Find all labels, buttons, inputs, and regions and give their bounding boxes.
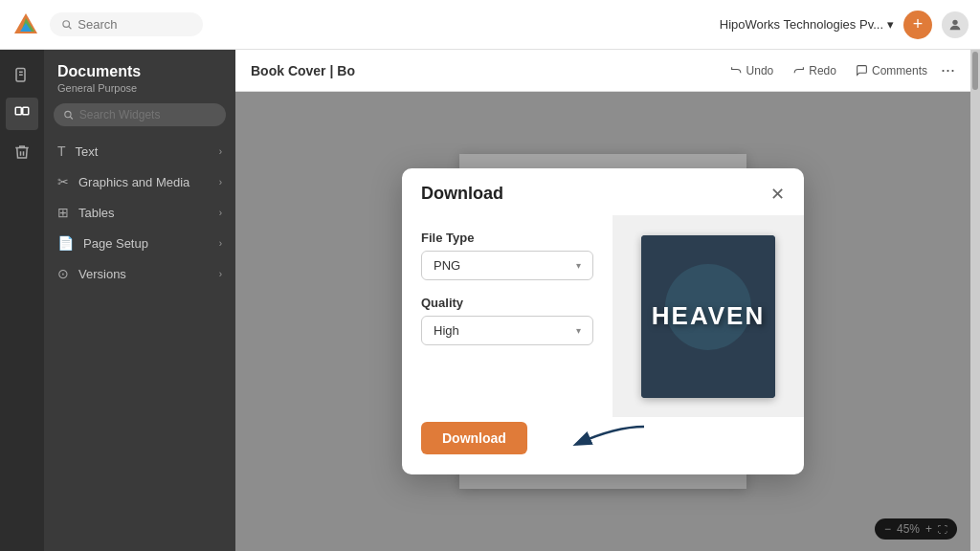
company-name[interactable]: HipoWorks Technologies Pv... ▾ bbox=[720, 17, 894, 32]
user-avatar[interactable] bbox=[942, 11, 969, 38]
download-button[interactable]: Download bbox=[421, 422, 527, 454]
versions-icon: ⊙ bbox=[57, 266, 69, 281]
page-setup-icon: 📄 bbox=[57, 235, 74, 251]
comments-button[interactable]: Comments bbox=[850, 60, 933, 81]
chevron-icon-2: › bbox=[219, 177, 222, 187]
svg-point-11 bbox=[65, 111, 71, 117]
panel-subtitle: General Purpose bbox=[44, 82, 235, 103]
svg-point-5 bbox=[952, 19, 957, 24]
svg-line-4 bbox=[69, 27, 72, 30]
preview-image: HEAVEN bbox=[641, 235, 775, 398]
file-type-value: PNG bbox=[434, 258, 460, 273]
panel-item-versions[interactable]: ⊙ Versions › bbox=[44, 258, 235, 289]
svg-line-12 bbox=[70, 117, 72, 119]
file-type-label: File Type bbox=[421, 231, 593, 245]
panel-title: Documents bbox=[44, 59, 235, 82]
redo-button[interactable]: Redo bbox=[787, 60, 842, 81]
quality-group: Quality High ▾ bbox=[421, 296, 593, 345]
modal-body: File Type PNG ▾ Quality High ▾ bbox=[402, 215, 804, 417]
chevron-icon-3: › bbox=[219, 208, 222, 218]
panel-item-tables[interactable]: ⊞ Tables › bbox=[44, 197, 235, 228]
chevron-down-icon: ▾ bbox=[576, 260, 581, 271]
main-layout: Documents General Purpose T Text › ✂ Gra… bbox=[0, 50, 980, 551]
modal-title: Download bbox=[421, 184, 503, 204]
chevron-icon: › bbox=[219, 146, 222, 157]
chevron-down-icon-2: ▾ bbox=[576, 325, 581, 336]
chevron-icon-5: › bbox=[219, 269, 222, 279]
undo-button[interactable]: Undo bbox=[724, 60, 780, 81]
doc-title: Book Cover | Bo bbox=[251, 63, 355, 78]
header-search[interactable] bbox=[50, 12, 203, 36]
panel-item-graphics[interactable]: ✂ Graphics and Media › bbox=[44, 166, 235, 197]
modal-footer: Download bbox=[402, 417, 804, 474]
preview-text: HEAVEN bbox=[652, 301, 765, 331]
sidebar-icon-trash[interactable] bbox=[6, 136, 38, 168]
add-button[interactable]: + bbox=[903, 11, 932, 39]
modal-overlay: Download ✕ File Type PNG ▾ bbox=[235, 92, 970, 551]
text-icon: T bbox=[57, 143, 66, 159]
arrow-annotation bbox=[539, 417, 654, 455]
app-logo bbox=[11, 11, 40, 39]
svg-point-3 bbox=[63, 21, 70, 28]
search-input[interactable] bbox=[78, 17, 191, 32]
chevron-icon-4: › bbox=[219, 238, 222, 249]
graphics-icon: ✂ bbox=[57, 174, 69, 189]
modal-preview: HEAVEN bbox=[612, 215, 804, 417]
canvas-area: − 45% + ⛶ Download ✕ bbox=[235, 92, 970, 551]
more-options-button[interactable]: ··· bbox=[941, 60, 955, 80]
sidebar-icons bbox=[0, 50, 44, 551]
svg-rect-10 bbox=[23, 107, 29, 115]
left-panel: Documents General Purpose T Text › ✂ Gra… bbox=[44, 50, 235, 551]
panel-item-page-setup[interactable]: 📄 Page Setup › bbox=[44, 228, 235, 258]
header-right: HipoWorks Technologies Pv... ▾ + bbox=[720, 11, 969, 39]
tables-icon: ⊞ bbox=[57, 205, 69, 220]
header: HipoWorks Technologies Pv... ▾ + bbox=[0, 0, 980, 50]
quality-label: Quality bbox=[421, 296, 593, 310]
modal-close-button[interactable]: ✕ bbox=[770, 186, 785, 203]
file-type-group: File Type PNG ▾ bbox=[421, 231, 593, 280]
quality-value: High bbox=[434, 323, 459, 338]
panel-item-text[interactable]: T Text › bbox=[44, 136, 235, 166]
download-modal: Download ✕ File Type PNG ▾ bbox=[402, 168, 804, 474]
search-widgets[interactable] bbox=[54, 103, 226, 126]
quality-select[interactable]: High ▾ bbox=[421, 316, 593, 345]
modal-form: File Type PNG ▾ Quality High ▾ bbox=[402, 215, 612, 417]
file-type-select[interactable]: PNG ▾ bbox=[421, 251, 593, 280]
sidebar-icon-document[interactable] bbox=[6, 59, 38, 92]
svg-rect-9 bbox=[15, 107, 21, 115]
scrollbar-thumb[interactable] bbox=[972, 52, 978, 90]
modal-header: Download ✕ bbox=[402, 168, 804, 215]
doc-toolbar: Book Cover | Bo Undo Redo Comments ··· bbox=[235, 50, 970, 92]
widgets-search-input[interactable] bbox=[79, 108, 216, 121]
sidebar-icon-pages[interactable] bbox=[6, 98, 38, 130]
content-area: Book Cover | Bo Undo Redo Comments ··· −… bbox=[235, 50, 970, 551]
right-scrollbar[interactable] bbox=[970, 50, 980, 551]
